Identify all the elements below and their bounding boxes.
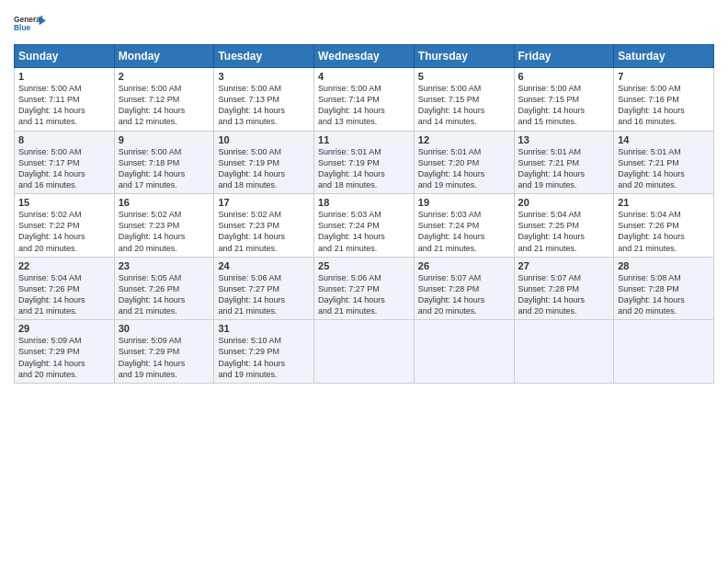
day-number: 25 (318, 260, 410, 271)
day-info: Sunrise: 5:03 AM Sunset: 7:24 PM Dayligh… (418, 209, 510, 254)
day-info: Sunrise: 5:09 AM Sunset: 7:29 PM Dayligh… (18, 335, 110, 380)
day-number: 22 (18, 260, 110, 271)
calendar-day-cell: 15Sunrise: 5:02 AM Sunset: 7:22 PM Dayli… (15, 194, 115, 258)
calendar-day-cell: 29Sunrise: 5:09 AM Sunset: 7:29 PM Dayli… (15, 320, 115, 384)
day-info: Sunrise: 5:01 AM Sunset: 7:20 PM Dayligh… (418, 146, 510, 191)
day-info: Sunrise: 5:00 AM Sunset: 7:15 PM Dayligh… (418, 83, 510, 128)
page: GeneralBlue SundayMondayTuesdayWednesday… (0, 0, 728, 563)
day-info: Sunrise: 5:07 AM Sunset: 7:28 PM Dayligh… (418, 272, 510, 317)
calendar-day-cell: 28Sunrise: 5:08 AM Sunset: 7:28 PM Dayli… (614, 257, 714, 320)
calendar-day-cell: 26Sunrise: 5:07 AM Sunset: 7:28 PM Dayli… (414, 257, 514, 320)
svg-text:Blue: Blue (14, 23, 31, 32)
calendar-day-cell: 10Sunrise: 5:00 AM Sunset: 7:19 PM Dayli… (214, 131, 314, 194)
calendar-day-cell: 23Sunrise: 5:05 AM Sunset: 7:26 PM Dayli… (114, 257, 214, 320)
calendar-week-row: 1Sunrise: 5:00 AM Sunset: 7:11 PM Daylig… (15, 68, 714, 132)
calendar-day-cell (514, 320, 614, 384)
day-info: Sunrise: 5:02 AM Sunset: 7:23 PM Dayligh… (218, 209, 310, 254)
day-number: 23 (119, 260, 210, 271)
day-number: 16 (119, 197, 210, 208)
day-info: Sunrise: 5:02 AM Sunset: 7:23 PM Dayligh… (119, 209, 210, 254)
calendar-day-cell: 3Sunrise: 5:00 AM Sunset: 7:13 PM Daylig… (214, 68, 314, 132)
day-info: Sunrise: 5:00 AM Sunset: 7:15 PM Dayligh… (518, 83, 610, 128)
day-info: Sunrise: 5:10 AM Sunset: 7:29 PM Dayligh… (218, 335, 310, 380)
calendar-week-row: 15Sunrise: 5:02 AM Sunset: 7:22 PM Dayli… (15, 194, 714, 258)
day-number: 26 (418, 260, 510, 271)
day-number: 4 (318, 71, 410, 82)
calendar-day-cell: 2Sunrise: 5:00 AM Sunset: 7:12 PM Daylig… (114, 68, 214, 132)
day-info: Sunrise: 5:08 AM Sunset: 7:28 PM Dayligh… (618, 272, 710, 317)
day-number: 12 (418, 134, 510, 145)
calendar-week-row: 8Sunrise: 5:00 AM Sunset: 7:17 PM Daylig… (15, 131, 714, 194)
day-info: Sunrise: 5:00 AM Sunset: 7:18 PM Dayligh… (119, 146, 210, 191)
calendar-day-cell: 14Sunrise: 5:01 AM Sunset: 7:21 PM Dayli… (614, 131, 714, 194)
day-info: Sunrise: 5:03 AM Sunset: 7:24 PM Dayligh… (318, 209, 410, 254)
day-info: Sunrise: 5:00 AM Sunset: 7:19 PM Dayligh… (218, 146, 310, 191)
day-info: Sunrise: 5:06 AM Sunset: 7:27 PM Dayligh… (318, 272, 410, 317)
day-info: Sunrise: 5:07 AM Sunset: 7:28 PM Dayligh… (518, 272, 610, 317)
day-number: 8 (18, 134, 110, 145)
calendar-day-cell: 18Sunrise: 5:03 AM Sunset: 7:24 PM Dayli… (314, 194, 415, 258)
calendar-day-cell: 31Sunrise: 5:10 AM Sunset: 7:29 PM Dayli… (214, 320, 314, 384)
calendar-day-cell: 13Sunrise: 5:01 AM Sunset: 7:21 PM Dayli… (514, 131, 614, 194)
day-number: 7 (618, 71, 710, 82)
calendar-day-header: Thursday (414, 45, 514, 68)
calendar-day-cell: 22Sunrise: 5:04 AM Sunset: 7:26 PM Dayli… (15, 257, 115, 320)
day-info: Sunrise: 5:09 AM Sunset: 7:29 PM Dayligh… (119, 335, 210, 380)
calendar-day-cell: 20Sunrise: 5:04 AM Sunset: 7:25 PM Dayli… (514, 194, 614, 258)
calendar-day-cell: 25Sunrise: 5:06 AM Sunset: 7:27 PM Dayli… (314, 257, 415, 320)
day-info: Sunrise: 5:06 AM Sunset: 7:27 PM Dayligh… (218, 272, 310, 317)
day-info: Sunrise: 5:00 AM Sunset: 7:12 PM Dayligh… (119, 83, 210, 128)
day-info: Sunrise: 5:04 AM Sunset: 7:26 PM Dayligh… (618, 209, 710, 254)
day-info: Sunrise: 5:00 AM Sunset: 7:13 PM Dayligh… (218, 83, 310, 128)
day-info: Sunrise: 5:04 AM Sunset: 7:26 PM Dayligh… (18, 272, 110, 317)
day-number: 13 (518, 134, 610, 145)
day-info: Sunrise: 5:01 AM Sunset: 7:21 PM Dayligh… (618, 146, 710, 191)
day-number: 24 (218, 260, 310, 271)
calendar-day-cell (614, 320, 714, 384)
calendar-day-cell: 11Sunrise: 5:01 AM Sunset: 7:19 PM Dayli… (314, 131, 415, 194)
calendar-day-cell: 19Sunrise: 5:03 AM Sunset: 7:24 PM Dayli… (414, 194, 514, 258)
day-info: Sunrise: 5:00 AM Sunset: 7:14 PM Dayligh… (318, 83, 410, 128)
calendar-day-cell: 4Sunrise: 5:00 AM Sunset: 7:14 PM Daylig… (314, 68, 415, 132)
day-number: 5 (418, 71, 510, 82)
day-number: 11 (318, 134, 410, 145)
day-number: 14 (618, 134, 710, 145)
calendar-day-cell: 30Sunrise: 5:09 AM Sunset: 7:29 PM Dayli… (114, 320, 214, 384)
calendar-day-header: Friday (514, 45, 614, 68)
day-number: 19 (418, 197, 510, 208)
day-number: 1 (18, 71, 110, 82)
day-number: 17 (218, 197, 310, 208)
calendar-day-cell: 17Sunrise: 5:02 AM Sunset: 7:23 PM Dayli… (214, 194, 314, 258)
logo-svg: GeneralBlue (14, 9, 47, 39)
day-info: Sunrise: 5:00 AM Sunset: 7:11 PM Dayligh… (18, 83, 110, 128)
day-number: 20 (518, 197, 610, 208)
day-number: 30 (119, 323, 210, 334)
calendar-header-row: SundayMondayTuesdayWednesdayThursdayFrid… (15, 45, 714, 68)
calendar-day-header: Sunday (15, 45, 115, 68)
day-info: Sunrise: 5:02 AM Sunset: 7:22 PM Dayligh… (18, 209, 110, 254)
day-info: Sunrise: 5:00 AM Sunset: 7:16 PM Dayligh… (618, 83, 710, 128)
logo: GeneralBlue (14, 9, 47, 39)
day-info: Sunrise: 5:04 AM Sunset: 7:25 PM Dayligh… (518, 209, 610, 254)
day-number: 28 (618, 260, 710, 271)
day-number: 31 (218, 323, 310, 334)
day-number: 2 (119, 71, 210, 82)
calendar-day-cell (314, 320, 415, 384)
calendar-day-cell: 8Sunrise: 5:00 AM Sunset: 7:17 PM Daylig… (15, 131, 115, 194)
day-info: Sunrise: 5:05 AM Sunset: 7:26 PM Dayligh… (119, 272, 210, 317)
day-number: 29 (18, 323, 110, 334)
calendar-day-header: Wednesday (314, 45, 415, 68)
calendar-day-header: Monday (114, 45, 214, 68)
day-number: 18 (318, 197, 410, 208)
calendar-day-cell: 24Sunrise: 5:06 AM Sunset: 7:27 PM Dayli… (214, 257, 314, 320)
calendar-day-cell: 16Sunrise: 5:02 AM Sunset: 7:23 PM Dayli… (114, 194, 214, 258)
calendar-day-cell: 6Sunrise: 5:00 AM Sunset: 7:15 PM Daylig… (514, 68, 614, 132)
day-info: Sunrise: 5:01 AM Sunset: 7:19 PM Dayligh… (318, 146, 410, 191)
day-number: 9 (119, 134, 210, 145)
calendar-day-cell: 9Sunrise: 5:00 AM Sunset: 7:18 PM Daylig… (114, 131, 214, 194)
day-number: 6 (518, 71, 610, 82)
calendar-week-row: 29Sunrise: 5:09 AM Sunset: 7:29 PM Dayli… (15, 320, 714, 384)
header: GeneralBlue (14, 9, 714, 39)
calendar-day-cell: 5Sunrise: 5:00 AM Sunset: 7:15 PM Daylig… (414, 68, 514, 132)
day-number: 21 (618, 197, 710, 208)
